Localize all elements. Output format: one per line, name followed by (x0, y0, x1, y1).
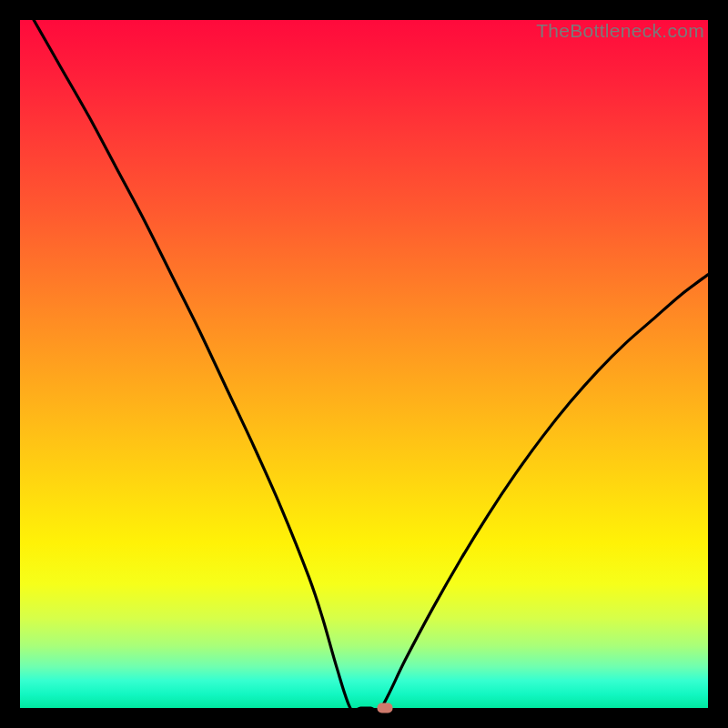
curve-path (34, 20, 708, 708)
watermark-label: TheBottleneck.com (536, 20, 704, 42)
plot-area: TheBottleneck.com (20, 20, 708, 708)
optimum-marker (377, 703, 392, 713)
chart-frame: TheBottleneck.com (0, 0, 728, 728)
bottleneck-curve (20, 20, 708, 708)
